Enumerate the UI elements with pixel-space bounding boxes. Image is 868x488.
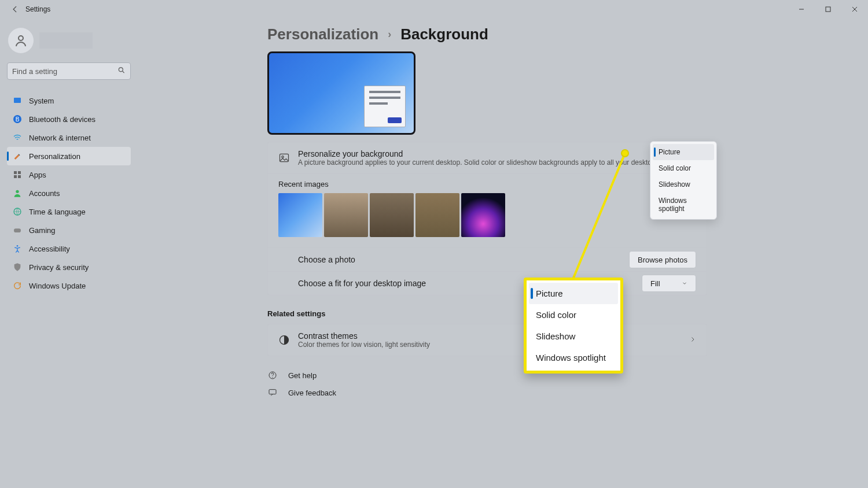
background-type-dropdown[interactable]: Picture Solid color Slideshow Windows sp… — [650, 141, 717, 220]
nav-item-system[interactable]: System — [7, 91, 131, 110]
chevron-right-icon — [689, 335, 696, 345]
recent-image-2[interactable] — [324, 193, 368, 237]
nav-label: Privacy & security — [29, 263, 89, 272]
row-contrast-themes[interactable]: Contrast themes Color themes for low vis… — [268, 324, 707, 356]
browse-photos-button[interactable]: Browse photos — [629, 251, 696, 268]
search-input[interactable]: Find a setting — [7, 62, 131, 80]
callout-option-slideshow: Slideshow — [529, 326, 618, 347]
gamepad-icon — [13, 225, 22, 235]
nav-label: Accessibility — [29, 245, 70, 253]
svg-point-12 — [16, 190, 19, 193]
breadcrumb: Personalization › Background — [267, 25, 707, 43]
recent-image-5[interactable] — [461, 193, 505, 237]
recent-images-title: Recent images — [278, 180, 696, 188]
person-icon — [13, 188, 22, 198]
svg-rect-11 — [18, 175, 21, 178]
nav-label: Gaming — [29, 226, 56, 235]
dropdown-option-slideshow[interactable]: Slideshow — [653, 176, 714, 193]
back-button[interactable] — [10, 5, 20, 14]
nav-label: Accounts — [29, 189, 60, 198]
user-account[interactable] — [7, 25, 131, 62]
accessibility-icon — [13, 244, 22, 253]
paintbrush-icon — [13, 151, 22, 161]
desktop-preview — [267, 51, 415, 135]
help-icon — [267, 370, 278, 380]
personalize-sub: A picture background applies to your cur… — [298, 158, 661, 167]
titlebar: Settings — [0, 0, 868, 19]
svg-rect-1 — [826, 7, 830, 12]
close-button[interactable] — [841, 0, 868, 19]
shield-icon — [13, 263, 22, 272]
contrast-title: Contrast themes — [298, 331, 430, 341]
svg-rect-9 — [18, 171, 21, 174]
page-title: Background — [400, 25, 488, 43]
update-icon — [13, 281, 22, 290]
fit-dropdown[interactable]: Fill — [642, 275, 696, 292]
svg-rect-5 — [14, 98, 21, 103]
row-personalize-background[interactable]: Personalize your background A picture ba… — [268, 142, 707, 174]
preview-window-mock — [364, 86, 406, 127]
globe-icon — [13, 207, 22, 216]
nav-item-apps[interactable]: Apps — [7, 165, 131, 184]
choose-fit-title: Choose a fit for your desktop image — [298, 279, 426, 288]
dropdown-option-solid-color[interactable]: Solid color — [653, 160, 714, 176]
nav-item-gaming[interactable]: Gaming — [7, 221, 131, 239]
nav-item-time-language[interactable]: Time & language — [7, 202, 131, 221]
callout-option-solid-color: Solid color — [529, 304, 618, 326]
feedback-icon — [267, 387, 278, 398]
related-settings-heading: Related settings — [267, 309, 707, 318]
search-placeholder: Find a setting — [12, 67, 57, 76]
svg-rect-14 — [14, 228, 21, 232]
nav-item-bluetooth[interactable]: B Bluetooth & devices — [7, 110, 131, 128]
callout-option-picture: Picture — [529, 283, 618, 304]
nav-item-update[interactable]: Windows Update — [7, 276, 131, 295]
wifi-icon — [13, 133, 22, 142]
nav-label: Bluetooth & devices — [29, 115, 95, 124]
svg-rect-10 — [14, 175, 17, 178]
breadcrumb-personalization[interactable]: Personalization — [267, 25, 378, 43]
recent-image-4[interactable] — [415, 193, 459, 237]
nav-item-accessibility[interactable]: Accessibility — [7, 239, 131, 258]
image-icon — [278, 152, 290, 164]
nav-label: Network & internet — [29, 134, 91, 142]
chevron-down-icon — [682, 279, 687, 288]
chevron-right-icon: › — [388, 28, 391, 40]
search-icon — [117, 66, 126, 76]
callout-magnifier: Picture Solid color Slideshow Windows sp… — [524, 278, 623, 374]
callout-connector-dot — [621, 149, 629, 157]
give-feedback-link[interactable]: Give feedback — [267, 384, 707, 401]
nav-label: Time & language — [29, 208, 86, 216]
svg-point-17 — [282, 156, 284, 158]
nav-label: Personalization — [29, 152, 80, 161]
bluetooth-icon: B — [13, 114, 22, 124]
nav-item-accounts[interactable]: Accounts — [7, 184, 131, 202]
minimize-button[interactable] — [788, 0, 815, 19]
svg-point-15 — [17, 245, 19, 247]
nav-label: Windows Update — [29, 282, 86, 290]
window-controls — [788, 0, 868, 19]
row-choose-fit: Choose a fit for your desktop image Fill — [268, 272, 707, 295]
nav-item-network[interactable]: Network & internet — [7, 128, 131, 147]
nav-item-personalization[interactable]: Personalization — [7, 147, 131, 165]
svg-point-2 — [19, 36, 23, 40]
nav-label: Apps — [29, 171, 46, 179]
svg-point-20 — [272, 377, 273, 378]
dropdown-option-windows-spotlight[interactable]: Windows spotlight — [653, 193, 714, 217]
recent-images-section: Recent images — [268, 174, 707, 248]
app-title: Settings — [25, 5, 50, 13]
get-help-link[interactable]: Get help — [267, 367, 707, 384]
dropdown-option-picture[interactable]: Picture — [653, 144, 714, 160]
row-choose-photo: Choose a photo Browse photos — [268, 248, 707, 272]
maximize-button[interactable] — [815, 0, 841, 19]
callout-option-windows-spotlight: Windows spotlight — [529, 347, 618, 368]
svg-point-3 — [119, 68, 123, 72]
recent-image-3[interactable] — [370, 193, 414, 237]
personalize-title: Personalize your background — [298, 149, 661, 158]
recent-image-1[interactable] — [278, 193, 322, 237]
svg-line-4 — [123, 71, 124, 73]
svg-text:B: B — [16, 116, 20, 123]
nav: System B Bluetooth & devices Network & i… — [7, 91, 131, 295]
user-name-redacted — [39, 32, 93, 49]
nav-item-privacy[interactable]: Privacy & security — [7, 258, 131, 276]
contrast-sub: Color themes for low vision, light sensi… — [298, 341, 430, 349]
